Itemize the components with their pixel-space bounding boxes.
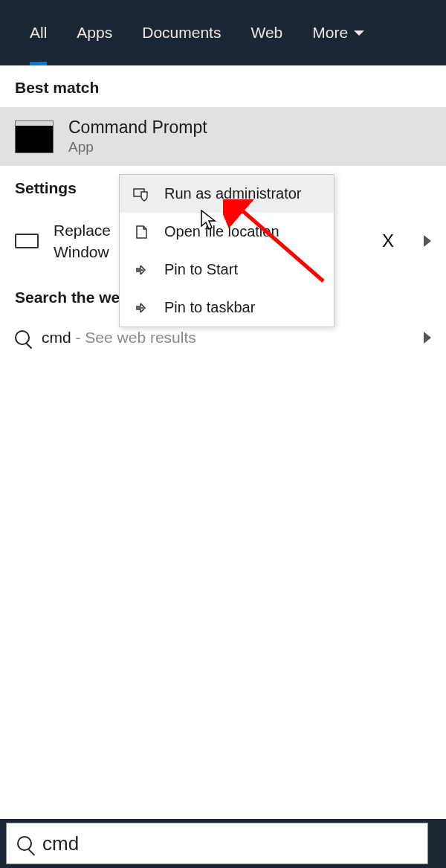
tab-label: More — [312, 24, 348, 42]
chevron-down-icon — [354, 30, 364, 36]
chevron-right-icon — [424, 332, 431, 344]
ctx-item-label: Pin to taskbar — [164, 299, 255, 316]
search-input[interactable] — [42, 832, 417, 855]
taskbar — [0, 819, 446, 868]
tab-label: Web — [251, 24, 282, 42]
tab-label: All — [30, 24, 47, 42]
command-prompt-icon — [15, 120, 54, 153]
tab-web[interactable]: Web — [236, 0, 297, 65]
search-icon — [17, 836, 32, 851]
best-match-text: Command Prompt App — [68, 118, 207, 155]
ctx-open-file-location[interactable]: Open file location — [120, 213, 334, 251]
tab-label: Apps — [77, 24, 112, 42]
folder-open-icon — [133, 224, 151, 240]
best-match-result[interactable]: Command Prompt App — [0, 107, 446, 166]
close-icon[interactable]: X — [382, 231, 394, 251]
best-match-subtitle: App — [68, 139, 207, 155]
search-header: All Apps Documents Web More — [0, 0, 446, 65]
ctx-pin-to-start[interactable]: Pin to Start — [120, 251, 334, 289]
ctx-pin-to-taskbar[interactable]: Pin to taskbar — [120, 289, 334, 327]
taskbar-search-box[interactable] — [6, 823, 428, 864]
section-best-match: Best match — [0, 65, 446, 107]
tab-documents[interactable]: Documents — [127, 0, 236, 65]
ctx-item-label: Open file location — [164, 223, 279, 240]
context-menu: Run as administrator Open file location … — [119, 174, 334, 327]
chevron-right-icon — [424, 235, 431, 247]
pin-start-icon — [133, 262, 151, 278]
search-icon — [15, 330, 30, 345]
pin-taskbar-icon — [133, 300, 151, 316]
best-match-title: Command Prompt — [68, 118, 207, 138]
tab-label: Documents — [142, 24, 221, 42]
ctx-item-label: Run as administrator — [164, 185, 302, 202]
monitor-icon — [15, 234, 39, 248]
tab-all[interactable]: All — [15, 0, 62, 65]
tab-more[interactable]: More — [297, 0, 379, 65]
ctx-run-as-admin[interactable]: Run as administrator — [120, 175, 334, 213]
web-result-text: cmd - See web results — [42, 329, 196, 347]
tab-apps[interactable]: Apps — [62, 0, 127, 65]
admin-shield-icon — [133, 186, 151, 202]
ctx-item-label: Pin to Start — [164, 261, 238, 278]
